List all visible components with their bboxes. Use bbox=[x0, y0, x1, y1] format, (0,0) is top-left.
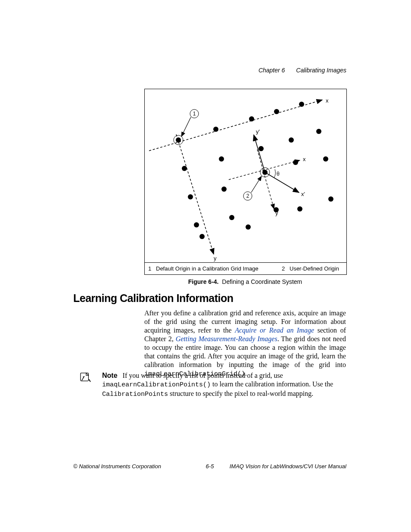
svg-point-17 bbox=[188, 194, 193, 199]
note-icon bbox=[79, 372, 91, 383]
chapter-title: Calibrating Images bbox=[296, 67, 346, 74]
svg-point-13 bbox=[219, 156, 224, 162]
figure-legend: 1 Default Origin in a Calibration Grid I… bbox=[145, 262, 346, 274]
svg-point-27 bbox=[199, 234, 205, 239]
svg-line-36 bbox=[254, 135, 265, 172]
svg-point-11 bbox=[299, 102, 304, 107]
code-imaqlearncalibrationpoints: imaqLearnCalibrationPoints() bbox=[102, 381, 211, 389]
body-paragraph: After you define a calibration grid and … bbox=[144, 309, 346, 379]
svg-point-22 bbox=[194, 222, 199, 227]
svg-point-25 bbox=[297, 206, 302, 212]
footer-manual-title: IMAQ Vision for LabWindows/CVI User Manu… bbox=[227, 463, 346, 470]
note-paragraph: NoteIf you want to specify a list of poi… bbox=[102, 371, 346, 399]
svg-line-1 bbox=[176, 134, 214, 254]
svg-point-26 bbox=[328, 196, 333, 202]
link-acquire-or-read[interactable]: Acquire or Read an Image bbox=[235, 327, 314, 334]
svg-point-8 bbox=[213, 127, 218, 132]
svg-text:x': x' bbox=[301, 191, 305, 197]
chapter-number: Chapter 6 bbox=[258, 67, 285, 74]
figure-6-4: 1 x y bbox=[144, 89, 347, 275]
section-heading: Learning Calibration Information bbox=[73, 292, 234, 305]
svg-text:x: x bbox=[326, 97, 329, 104]
callout-2-label: 2 bbox=[246, 193, 249, 199]
callout-1-label: 1 bbox=[193, 111, 196, 117]
svg-text:y: y bbox=[275, 210, 278, 216]
svg-text:θ: θ bbox=[277, 171, 280, 177]
svg-point-9 bbox=[249, 116, 254, 121]
svg-point-16 bbox=[316, 129, 321, 134]
link-getting-measurement-ready[interactable]: Getting Measurement-Ready Images bbox=[176, 335, 277, 342]
coordinate-system-diagram: 1 x y bbox=[145, 89, 346, 262]
page-header: Chapter 6 Calibrating Images bbox=[0, 67, 346, 74]
svg-line-34 bbox=[265, 172, 299, 193]
svg-point-14 bbox=[258, 146, 264, 151]
svg-text:y: y bbox=[214, 255, 217, 261]
code-calibrationpoints: CalibrationPoints bbox=[102, 391, 168, 398]
svg-point-18 bbox=[221, 187, 227, 192]
svg-text:x: x bbox=[303, 156, 306, 162]
svg-point-15 bbox=[289, 137, 294, 143]
svg-point-20 bbox=[293, 160, 298, 165]
figure-caption: Figure 6-4. Defining a Coordinate System bbox=[144, 278, 346, 285]
page-footer: © National Instruments Corporation 6-5 I… bbox=[73, 463, 346, 470]
svg-text:y': y' bbox=[256, 128, 260, 135]
svg-point-10 bbox=[274, 109, 279, 114]
legend-item-2: 2 User-Defined Origin bbox=[282, 265, 339, 272]
svg-line-40 bbox=[251, 176, 262, 193]
svg-line-4 bbox=[181, 117, 191, 137]
svg-point-12 bbox=[182, 166, 187, 171]
svg-point-28 bbox=[246, 224, 251, 230]
legend-item-1: 1 Default Origin in a Calibration Grid I… bbox=[148, 265, 282, 272]
footer-page-number: 6-5 bbox=[193, 463, 227, 470]
svg-point-21 bbox=[323, 156, 328, 162]
svg-point-23 bbox=[229, 215, 234, 220]
footer-copyright: © National Instruments Corporation bbox=[73, 463, 193, 470]
note-lead: Note bbox=[102, 372, 118, 379]
svg-point-7 bbox=[176, 137, 181, 143]
